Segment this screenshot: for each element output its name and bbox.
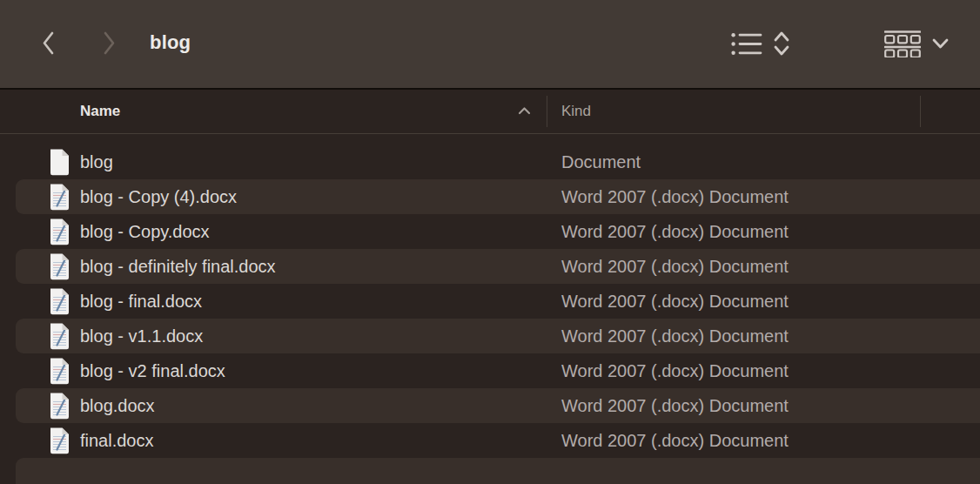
file-row[interactable]: blog - v1.1.docx Word 2007 (.docx) Docum… — [0, 319, 980, 353]
column-resize-handle[interactable] — [920, 96, 921, 127]
file-name-cell: blog - final.docx — [0, 288, 561, 315]
document-icon — [48, 149, 70, 176]
file-kind: Document — [561, 152, 980, 172]
file-name-cell: blog - v2 final.docx — [0, 358, 561, 385]
window-title: blog — [150, 31, 191, 54]
document-icon — [48, 288, 70, 315]
back-button[interactable] — [37, 31, 59, 57]
chevron-down-icon — [931, 37, 950, 52]
file-name-cell: blog - definitely final.docx — [0, 253, 561, 280]
file-row[interactable]: blog.docx Word 2007 (.docx) Document — [0, 388, 980, 423]
file-row[interactable]: blog - v2 final.docx Word 2007 (.docx) D… — [0, 353, 980, 388]
file-name-cell: final.docx — [0, 427, 561, 454]
file-name: blog - Copy.docx — [80, 222, 210, 242]
file-row[interactable]: blog - Copy.docx Word 2007 (.docx) Docum… — [0, 214, 980, 249]
file-row[interactable]: blog - final.docx Word 2007 (.docx) Docu… — [0, 284, 980, 319]
up-down-chevrons-icon — [773, 30, 790, 60]
toolbar: blog — [0, 0, 980, 90]
finder-window: blog — [0, 0, 980, 484]
forward-button[interactable] — [97, 31, 120, 57]
file-row[interactable]: final.docx Word 2007 (.docx) Document — [0, 423, 980, 458]
file-row[interactable]: blog - Copy (4).docx Word 2007 (.docx) D… — [0, 179, 980, 214]
document-icon — [48, 323, 70, 350]
column-header-name[interactable]: Name — [80, 103, 120, 120]
file-row[interactable]: blog - definitely final.docx Word 2007 (… — [0, 249, 980, 284]
file-kind: Word 2007 (.docx) Document — [561, 361, 980, 381]
chevron-left-icon — [41, 30, 56, 58]
file-name-cell: blog - v1.1.docx — [0, 323, 561, 350]
chevron-right-icon — [102, 30, 117, 58]
file-list: blog Document blog - Copy (4).docx Word … — [0, 134, 980, 484]
file-row[interactable]: blog Document — [0, 145, 980, 179]
file-name: blog - v2 final.docx — [80, 361, 225, 381]
file-kind: Word 2007 (.docx) Document — [561, 292, 980, 312]
column-resize-handle[interactable] — [547, 96, 547, 127]
column-header-row: Name Kind — [0, 90, 980, 134]
view-mode-button[interactable] — [731, 30, 790, 60]
file-kind: Word 2007 (.docx) Document — [561, 187, 980, 207]
file-kind: Word 2007 (.docx) Document — [561, 396, 980, 416]
file-name: blog - final.docx — [80, 292, 202, 312]
file-name: blog.docx — [80, 396, 155, 416]
file-name: blog — [80, 152, 113, 172]
sort-ascending-icon — [517, 104, 532, 119]
group-by-icon — [884, 30, 921, 60]
file-kind: Word 2007 (.docx) Document — [561, 257, 980, 277]
file-name-cell: blog — [0, 149, 561, 176]
file-kind: Word 2007 (.docx) Document — [561, 431, 980, 451]
file-name-cell: blog.docx — [0, 393, 561, 420]
group-by-button[interactable] — [884, 30, 950, 60]
file-name: final.docx — [80, 431, 154, 451]
document-icon — [48, 393, 70, 420]
file-name: blog - v1.1.docx — [80, 326, 203, 346]
file-name-cell: blog - Copy.docx — [0, 218, 561, 245]
empty-row — [0, 458, 980, 484]
file-kind: Word 2007 (.docx) Document — [561, 326, 980, 346]
column-header-kind[interactable]: Kind — [561, 103, 591, 120]
file-name: blog - Copy (4).docx — [80, 187, 237, 207]
document-icon — [48, 184, 70, 211]
file-name-cell: blog - Copy (4).docx — [0, 184, 561, 211]
file-kind: Word 2007 (.docx) Document — [561, 222, 980, 242]
document-icon — [48, 253, 70, 280]
document-icon — [48, 218, 70, 245]
document-icon — [48, 427, 70, 454]
file-name: blog - definitely final.docx — [80, 257, 276, 277]
list-view-icon — [731, 32, 762, 58]
document-icon — [48, 358, 70, 385]
